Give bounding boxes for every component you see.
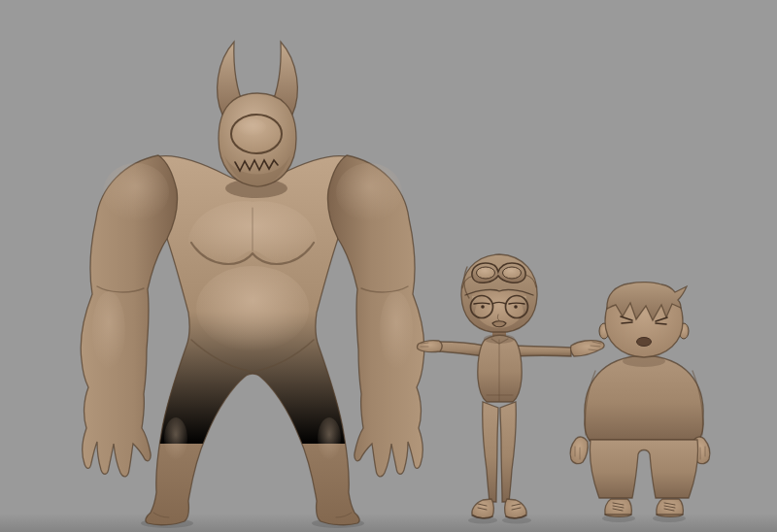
pilot-head-shadow: [484, 334, 515, 344]
monster-shoulder-highlight: [336, 163, 402, 221]
monster-forearm-highlight: [380, 291, 413, 369]
pilot-goggle-lens-left: [477, 267, 495, 279]
viewport[interactable]: [0, 0, 777, 532]
monster-belly-highlight: [196, 266, 309, 351]
pilot-right-arm: [515, 346, 571, 356]
pilot-right-pupil: [514, 305, 518, 309]
monster-forearm-highlight: [92, 291, 125, 369]
pilot-goggle-lens-right: [503, 267, 522, 279]
pilot-head: [461, 254, 537, 332]
pilot-mouth: [492, 321, 506, 327]
viewport-render[interactable]: [0, 0, 777, 532]
monster-knee-highlight: [164, 417, 187, 460]
kid-mouth: [637, 338, 652, 347]
monster-visor-highlight: [237, 118, 266, 136]
pilot-left-pupil: [481, 305, 485, 309]
monster-shoulder-highlight: [103, 163, 169, 221]
monster-knee-highlight: [318, 417, 341, 460]
